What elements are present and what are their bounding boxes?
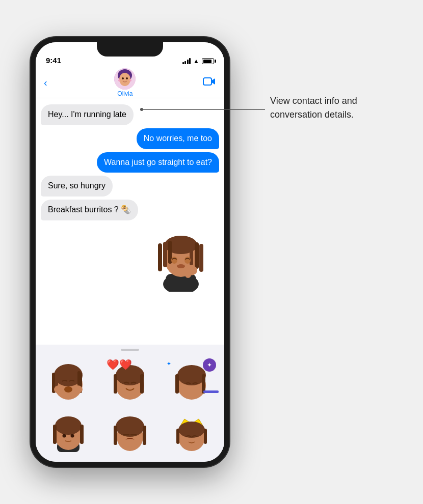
- svg-rect-78: [114, 426, 117, 445]
- svg-rect-64: [140, 374, 144, 394]
- svg-point-4: [126, 77, 128, 79]
- star-overlay: ✦: [167, 361, 171, 367]
- sticker-grid: ❤️❤️ ✦ ✦: [39, 356, 221, 456]
- svg-point-59: [72, 385, 83, 394]
- svg-rect-14: [163, 242, 167, 267]
- message-text: Breakfast burritos ? 🌯: [48, 205, 131, 214]
- sticker-panel: ❤️❤️ ✦ ✦: [36, 345, 224, 462]
- svg-rect-85: [204, 429, 207, 444]
- sticker-item[interactable]: [163, 407, 221, 456]
- messages-area[interactable]: Hey... I'm running late No worries, me t…: [36, 98, 224, 368]
- message-text: Wanna just go straight to eat?: [104, 158, 212, 166]
- video-call-button[interactable]: [203, 76, 216, 90]
- bar-overlay: [203, 390, 219, 393]
- back-button[interactable]: ‹: [44, 77, 47, 89]
- svg-rect-13: [158, 243, 162, 271]
- svg-point-75: [70, 434, 74, 437]
- sticker-sneezing: [48, 360, 89, 401]
- svg-point-5: [118, 79, 120, 81]
- annotation-text: View contact info and conversation detai…: [270, 96, 357, 120]
- svg-point-66: [177, 365, 206, 385]
- signal-icon: [182, 58, 191, 64]
- svg-point-60: [64, 386, 72, 393]
- avatar: [114, 68, 136, 90]
- svg-rect-84: [176, 429, 179, 444]
- sticker-yawning: [110, 411, 150, 452]
- notch: [97, 42, 163, 57]
- message-row: No worries, me too: [41, 128, 219, 149]
- svg-point-19: [171, 257, 177, 264]
- memoji-message: [41, 226, 219, 292]
- contact-name: Olivia: [117, 90, 133, 97]
- svg-point-58: [54, 385, 64, 394]
- svg-point-3: [122, 77, 124, 79]
- message-bubble: Breakfast burritos ? 🌯: [41, 200, 138, 220]
- svg-rect-72: [53, 425, 57, 444]
- svg-rect-7: [203, 78, 211, 85]
- contact-info-button[interactable]: Olivia: [114, 68, 136, 97]
- message-bubble: Hey... I'm running late: [41, 104, 134, 125]
- svg-rect-63: [114, 374, 117, 394]
- svg-rect-73: [80, 425, 84, 444]
- svg-point-6: [129, 79, 131, 81]
- svg-point-83: [178, 422, 205, 438]
- svg-rect-67: [175, 374, 179, 394]
- wifi-icon: ▲: [193, 58, 199, 65]
- sticker-item[interactable]: [39, 407, 97, 456]
- svg-point-71: [55, 416, 82, 435]
- message-row: Wanna just go straight to eat?: [41, 152, 219, 173]
- drag-handle: [121, 349, 139, 351]
- memoji-sticker: [148, 226, 214, 292]
- sticker-item[interactable]: [100, 407, 159, 456]
- svg-rect-18: [199, 244, 203, 272]
- svg-point-2: [119, 73, 130, 86]
- status-time: 9:41: [46, 56, 61, 65]
- nav-header: ‹: [36, 68, 224, 98]
- message-bubble: No worries, me too: [137, 128, 219, 149]
- svg-point-77: [116, 416, 144, 437]
- video-icon: [203, 76, 216, 87]
- avatar-image: [114, 68, 136, 90]
- svg-rect-15: [168, 241, 172, 264]
- svg-point-74: [62, 434, 66, 437]
- sticker-item[interactable]: ✦ ✦: [163, 356, 221, 404]
- hearts-overlay: ❤️❤️: [107, 358, 132, 371]
- sticker-crown: [171, 411, 212, 452]
- sparkle-badge: ✦: [203, 358, 216, 372]
- message-row: Sure, so hungry: [41, 176, 219, 197]
- status-icons: ▲: [182, 58, 214, 65]
- sticker-item[interactable]: ❤️❤️: [100, 356, 159, 404]
- phone-frame: 9:41 ▲ ‹: [31, 37, 229, 467]
- annotation: View contact info and conversation detai…: [270, 94, 357, 122]
- svg-point-23: [177, 264, 185, 268]
- sticker-item[interactable]: [39, 356, 97, 404]
- memoji-figure: [148, 226, 214, 292]
- message-text: Hey... I'm running late: [48, 110, 126, 119]
- sticker-normal: [48, 411, 89, 452]
- message-row: Breakfast burritos ? 🌯: [41, 200, 219, 220]
- message-bubble: Wanna just go straight to eat?: [97, 152, 219, 173]
- message-row: Hey... I'm running late: [41, 104, 219, 125]
- message-text: No worries, me too: [144, 134, 212, 143]
- battery-icon: [202, 58, 214, 64]
- svg-rect-17: [195, 242, 199, 269]
- svg-rect-79: [143, 426, 146, 445]
- svg-point-20: [184, 257, 191, 264]
- volume-down-button: [31, 190, 32, 223]
- svg-rect-22: [185, 265, 191, 278]
- volume-up-button: [31, 152, 32, 185]
- message-bubble: Sure, so hungry: [41, 176, 113, 197]
- silent-button: [31, 124, 32, 144]
- svg-point-81: [123, 439, 137, 447]
- power-button: [228, 144, 229, 180]
- message-text: Sure, so hungry: [48, 181, 105, 190]
